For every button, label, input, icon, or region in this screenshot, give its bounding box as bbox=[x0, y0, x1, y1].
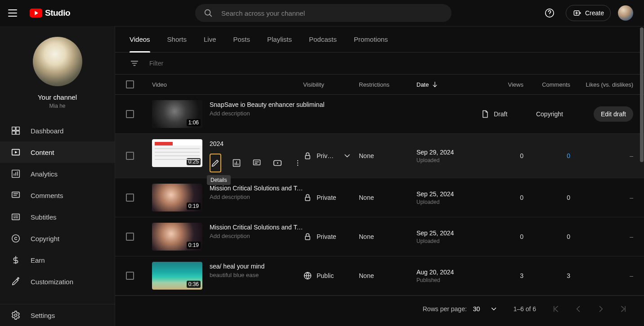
tab-live[interactable]: Live bbox=[204, 26, 216, 52]
video-thumbnail[interactable]: 1:06 bbox=[152, 100, 202, 128]
channel-card[interactable]: Your channel Mia he bbox=[0, 26, 115, 117]
sidebar-item-label: Dashboard bbox=[31, 127, 63, 135]
video-views: 0 bbox=[484, 194, 523, 201]
sidebar-item-label: Customization bbox=[31, 278, 73, 286]
tab-podcasts[interactable]: Podcasts bbox=[309, 26, 337, 52]
video-likes: – bbox=[570, 272, 633, 279]
visibility-cell: Private bbox=[303, 232, 359, 241]
sidebar-item-label: Content bbox=[31, 149, 54, 156]
row-checkbox[interactable] bbox=[126, 272, 134, 280]
video-views: 0 bbox=[484, 233, 523, 240]
video-title: SnapSave io Beauty enhancer subliminal bbox=[210, 101, 324, 108]
tab-posts[interactable]: Posts bbox=[233, 26, 250, 52]
row-checkbox[interactable] bbox=[126, 194, 134, 202]
page-last-icon[interactable] bbox=[619, 304, 628, 313]
sidebar-item-copyright[interactable]: Copyright bbox=[0, 228, 115, 249]
row-checkbox[interactable] bbox=[126, 152, 134, 160]
svg-point-38 bbox=[297, 160, 298, 161]
youtube-studio-logo[interactable]: Studio bbox=[30, 8, 70, 18]
analytics-icon bbox=[232, 159, 241, 167]
sidebar-item-label: Comments bbox=[31, 192, 63, 199]
video-thumbnail[interactable]: 0:36 bbox=[152, 262, 202, 290]
col-likes-header[interactable]: Likes (vs. dislikes) bbox=[570, 81, 633, 88]
svg-rect-10 bbox=[16, 131, 19, 134]
create-button[interactable]: Create bbox=[566, 5, 611, 21]
video-description: Add description bbox=[210, 233, 303, 239]
video-thumbnail[interactable]: 0:19 bbox=[152, 184, 202, 211]
action-more[interactable] bbox=[293, 154, 304, 172]
video-views: 0 bbox=[484, 152, 523, 159]
rows-per-page-select[interactable]: 30 bbox=[473, 305, 498, 313]
table-row[interactable]: 0:36 sea/ heal your mind beautiful blue … bbox=[115, 256, 644, 295]
col-visibility-header[interactable]: Visibility bbox=[303, 81, 359, 88]
table-row[interactable]: 0:19 Mission Critical Solutions and Test… bbox=[115, 178, 644, 217]
table-row[interactable]: 0:19 Mission Critical Solutions and Test… bbox=[115, 217, 644, 256]
search-input[interactable] bbox=[221, 9, 443, 17]
action-view-on-youtube[interactable] bbox=[272, 154, 283, 172]
tab-promotions[interactable]: Promotions bbox=[354, 26, 388, 52]
restrictions-cell: None bbox=[359, 194, 416, 201]
sidebar-item-label: Earn bbox=[31, 256, 45, 264]
video-thumbnail[interactable]: 0:19 bbox=[152, 223, 202, 251]
sidebar-item-subtitles[interactable]: Subtitles bbox=[0, 206, 115, 228]
tab-videos[interactable]: Videos bbox=[130, 26, 150, 52]
help-icon bbox=[545, 8, 555, 18]
video-comments: 0 bbox=[523, 233, 570, 240]
svg-point-40 bbox=[297, 165, 298, 166]
comments-icon bbox=[252, 159, 261, 167]
analytics-icon bbox=[11, 169, 21, 179]
account-avatar[interactable] bbox=[618, 5, 633, 21]
sidebar-item-earn[interactable]: Earn bbox=[0, 249, 115, 271]
page-prev-icon[interactable] bbox=[574, 304, 583, 313]
video-comments[interactable]: 0 bbox=[523, 152, 570, 159]
page-next-icon[interactable] bbox=[596, 304, 605, 313]
select-all-checkbox[interactable] bbox=[126, 80, 134, 88]
tab-playlists[interactable]: Playlists bbox=[267, 26, 292, 52]
sidebar-item-content[interactable]: Content bbox=[0, 141, 115, 163]
table-row[interactable]: 1:06 SnapSave io Beauty enhancer sublimi… bbox=[115, 95, 644, 134]
visibility-cell[interactable]: Priv… bbox=[303, 151, 359, 160]
channel-card-name: Mia he bbox=[49, 103, 65, 109]
help-button[interactable] bbox=[541, 4, 559, 22]
row-checkbox[interactable] bbox=[126, 110, 134, 118]
col-restrictions-header[interactable]: Restrictions bbox=[359, 81, 416, 88]
logo-text: Studio bbox=[45, 8, 70, 18]
pencil-icon bbox=[210, 158, 220, 168]
svg-point-24 bbox=[12, 235, 20, 242]
row-checkbox[interactable] bbox=[126, 233, 134, 241]
content-icon bbox=[11, 147, 21, 157]
action-analytics[interactable] bbox=[231, 154, 242, 172]
svg-rect-34 bbox=[254, 160, 260, 165]
copyright-icon bbox=[11, 233, 21, 243]
sidebar-item-settings[interactable]: Settings bbox=[0, 304, 115, 326]
sidebar-item-label: Settings bbox=[31, 312, 55, 319]
col-date-header[interactable]: Date bbox=[416, 81, 484, 88]
col-video-header[interactable]: Video bbox=[152, 81, 303, 88]
action-comments[interactable] bbox=[252, 154, 263, 172]
sidebar-item-customization[interactable]: Customization bbox=[0, 271, 115, 292]
svg-point-25 bbox=[14, 314, 17, 317]
edit-draft-button[interactable]: Edit draft bbox=[594, 106, 633, 122]
sidebar-item-dashboard[interactable]: Dashboard bbox=[0, 120, 115, 141]
details-tooltip: Details bbox=[207, 175, 231, 185]
chevron-down-icon[interactable] bbox=[343, 151, 352, 160]
sidebar-item-comments[interactable]: Comments bbox=[0, 185, 115, 206]
content-scrollbar[interactable] bbox=[640, 26, 644, 326]
visibility-cell: Public bbox=[303, 271, 359, 280]
more-vert-icon bbox=[293, 159, 302, 167]
page-first-icon[interactable] bbox=[551, 304, 560, 313]
sidebar-item-analytics[interactable]: Analytics bbox=[0, 163, 115, 185]
table-row[interactable]: 0:25 2024 bbox=[115, 134, 644, 178]
col-views-header[interactable]: Views bbox=[484, 81, 523, 88]
tab-shorts[interactable]: Shorts bbox=[167, 26, 187, 52]
global-search[interactable] bbox=[195, 4, 452, 22]
menu-toggle-icon[interactable] bbox=[7, 8, 18, 18]
content-tabs: Videos Shorts Live Posts Playlists Podca… bbox=[115, 26, 644, 53]
video-title: sea/ heal your mind bbox=[210, 263, 264, 270]
filter-input[interactable] bbox=[149, 60, 228, 67]
video-thumbnail[interactable]: 0:25 bbox=[152, 139, 202, 167]
video-description: Add description bbox=[210, 110, 324, 117]
action-details[interactable] bbox=[210, 154, 221, 172]
col-comments-header[interactable]: Comments bbox=[523, 81, 570, 88]
filter-icon[interactable] bbox=[130, 58, 139, 68]
